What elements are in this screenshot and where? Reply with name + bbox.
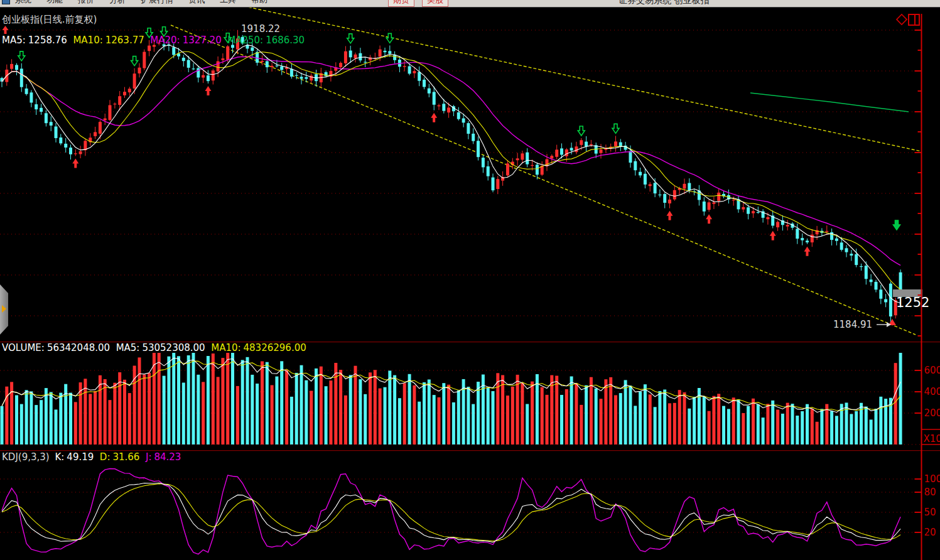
price-chart — [0, 8, 940, 342]
ma5-label: MA5:1258.76 — [2, 35, 67, 46]
menu-bar: 系统 功能 报价 分析 扩展行情 资讯 工具 帮助 期货 美股 证券交易系统 创… — [0, 0, 940, 8]
volume-scale-note: X10000 — [924, 433, 940, 444]
ma10-label: MA10:1263.77 — [73, 35, 144, 46]
left-panel-flap[interactable] — [0, 284, 8, 335]
ma250-label: MA250:1686.30 — [227, 35, 305, 46]
menu-item-futures[interactable]: 期货 — [388, 0, 414, 7]
menu-item-tools[interactable]: 工具 — [220, 0, 236, 6]
price-chart-pane — [0, 8, 940, 342]
menu-item-system[interactable]: 系统 — [15, 0, 31, 6]
kdj-chart-pane: 100805020 — [0, 450, 940, 560]
volume-ma5-label: MA5:53052308.00 — [116, 342, 205, 353]
symbol-title: 创业板指(日线.前复权) — [2, 14, 97, 25]
diamond-icon — [897, 14, 907, 24]
menu-item-function[interactable]: 功能 — [46, 0, 63, 6]
up-arrow-icon — [2, 26, 9, 35]
volume-chart-pane: 600040002000X10000 — [0, 342, 940, 450]
expand-arrow-icon — [2, 305, 6, 313]
ma20-label: MA20:1327.20 — [150, 35, 221, 46]
kdj-k-label: K:49.19 — [55, 451, 94, 463]
kdj-pane-header: KDJ(9,3,3) K:49.19 D:31.66 J:84.23 — [2, 451, 181, 463]
menu-item-analysis[interactable]: 分析 — [109, 0, 126, 6]
menu-item-us-stocks[interactable]: 美股 — [422, 0, 448, 7]
menu-item-quotes[interactable]: 报价 — [78, 0, 94, 6]
svg-text:6000: 6000 — [924, 365, 940, 376]
menu-item-extended[interactable]: 扩展行情 — [141, 0, 173, 6]
kdj-j-label: J:84.23 — [146, 451, 181, 463]
kdj-d-label: D:31.66 — [100, 451, 140, 463]
peak-price-annotation: 1918.22 — [241, 23, 280, 35]
svg-text:20: 20 — [924, 527, 936, 538]
menu-item-news[interactable]: 资讯 — [188, 0, 205, 6]
svg-text:2000: 2000 — [924, 407, 940, 419]
kdj-chart: 100805020 — [0, 450, 940, 560]
svg-text:4000: 4000 — [924, 386, 940, 397]
volume-pane-header: VOLUME:56342048.00 MA5:53052308.00 MA10:… — [2, 342, 306, 353]
last-price-tag: 1252 — [896, 295, 929, 310]
svg-text:100: 100 — [924, 473, 940, 485]
menu-item-help[interactable]: 帮助 — [251, 0, 267, 6]
low-price-annotation: 1184.91 — [833, 319, 872, 330]
split-window-icon — [909, 14, 919, 25]
kdj-title: KDJ(9,3,3) — [2, 451, 50, 463]
app-icon — [2, 0, 10, 4]
volume-chart: 600040002000X10000 — [0, 342, 940, 450]
volume-label: VOLUME:56342048.00 — [2, 342, 110, 353]
svg-text:50: 50 — [924, 507, 936, 518]
menubar-right-text: 证券交易系统 创业板指 — [619, 0, 709, 7]
volume-ma10-label: MA10:48326296.00 — [211, 342, 306, 353]
svg-text:80: 80 — [924, 487, 936, 498]
